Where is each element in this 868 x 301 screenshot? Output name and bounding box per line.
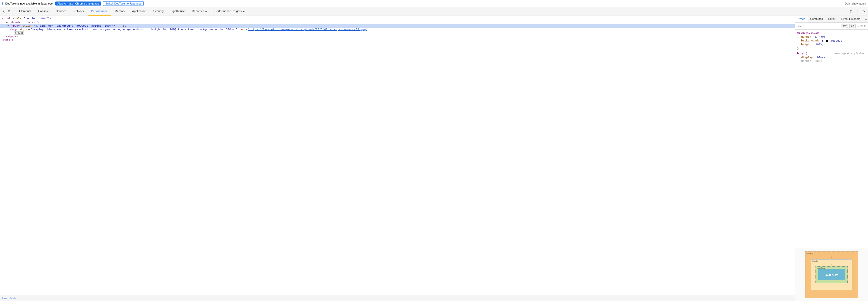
screenshot-icon[interactable]: ⊡ [864,24,867,28]
tab-bar: Elements Console Sources Network Perform… [16,7,848,16]
tab-lighthouse[interactable]: Lighthouse [167,7,188,16]
tab-console[interactable]: Console [35,7,52,16]
tab-application[interactable]: Application [129,7,150,16]
style-close-brace: } [795,46,868,51]
breadcrumb-html[interactable]: html [2,297,7,300]
box-content: 1728×370 [818,269,845,280]
style-rule-body: body { user agent stylesheet display: bl… [795,51,868,67]
box-model: margin - - border - - padding [795,248,868,301]
info-icon: ℹ [2,1,3,5]
style-rule-element: element.style { margin: ▶ 0px; backgroun… [795,31,868,51]
dont-show-again[interactable]: Don't show again [845,2,866,5]
more-options-icon[interactable]: ⋮ [855,9,861,14]
filter-hov-button[interactable]: :hov [841,24,848,28]
content-size[interactable]: 1728×370 [825,273,838,276]
toolbar-right: ⚙ ⋮ ✕ [848,9,867,14]
style-close-brace-body: } [795,63,868,67]
margin-bottom-value[interactable]: - [810,291,853,293]
box-margin: margin - - border - - padding [805,251,858,298]
style-property-margin-ua[interactable]: margin: 8px; [795,59,868,63]
tab-performance-insights[interactable]: Performance insights ▲ [211,7,249,16]
dom-panel: <html style="height: 100%;"> ▶ <head> … … [0,16,795,301]
expand-tabs-icon[interactable]: » [863,16,868,22]
settings-icon[interactable]: ⚙ [848,9,854,14]
dom-line-slot[interactable]: ⊕ slot [0,31,795,35]
dom-line[interactable]: </body> [0,35,795,38]
filter-bar: Filter :hov .cls + □ ⊡ [795,23,868,30]
styles-content: element.style { margin: ▶ 0px; backgroun… [795,30,868,248]
tab-recorder[interactable]: Recorder ▲ [188,7,211,16]
toolbar: ↖ ⧉ Elements Console Sources Network Per… [0,7,868,16]
tab-network[interactable]: Network [70,7,87,16]
switch-devtools-button[interactable]: Switch DevTools to Japanese [103,1,144,6]
tab-event-listeners[interactable]: Event Listeners [839,16,863,22]
tab-styles[interactable]: Styles [795,16,808,22]
toggle-device-toolbar-icon[interactable]: □ [861,24,863,28]
padding-label: padding [817,267,825,270]
filter-input[interactable] [804,25,839,28]
tab-sources[interactable]: Sources [52,7,70,16]
tab-memory[interactable]: Memory [111,7,129,16]
style-property-display[interactable]: display: block; [795,56,868,59]
breadcrumb: html body [0,295,795,301]
dom-line[interactable]: ▶ <head> … </head> [0,20,795,24]
main-layout: <html style="height: 100%;"> ▶ <head> … … [0,16,868,301]
breadcrumb-body[interactable]: body [10,297,16,300]
margin-top-value[interactable]: - [810,256,853,259]
filter-cls-button[interactable]: .cls [849,24,856,28]
notification-message: DevTools is now available in Japanese! [5,2,53,5]
style-property[interactable]: margin: ▶ 0px; [795,35,868,39]
styles-tabs: Styles Computed Layout Event Listeners » [795,16,868,23]
notification-bar: ℹ DevTools is now available in Japanese!… [0,0,868,7]
always-match-button[interactable]: Always match Chrome's language [55,1,101,5]
style-property-height[interactable]: height: 100%; [795,43,868,46]
margin-right-value[interactable]: - [852,273,853,276]
padding-right-value[interactable]: - [848,273,848,276]
dom-line[interactable]: </html> [0,38,795,42]
style-property-background[interactable]: background: ▶ #0e0e0e; [795,39,868,43]
filter-add-button[interactable]: + [857,24,859,28]
toolbar-icons: ↖ ⧉ [1,8,13,14]
tab-performance[interactable]: Performance [88,7,111,16]
tab-layout[interactable]: Layout [826,16,839,22]
tab-highlight [88,15,111,16]
user-agent-label: user agent stylesheet [834,52,866,55]
dom-line-body[interactable]: …▼ <body style="margin: 0px; background:… [0,24,795,28]
filter-label: Filter [797,25,803,28]
dom-line[interactable]: <img style="display: block;-webkit-user-… [0,28,795,31]
style-selector-body[interactable]: body { user agent stylesheet [795,51,868,56]
border-label: border [812,260,818,263]
slot-badge[interactable]: ⊕ slot [14,31,24,35]
tab-computed[interactable]: Computed [808,16,826,22]
tab-security[interactable]: Security [150,7,167,16]
tab-elements[interactable]: Elements [16,7,35,16]
close-icon[interactable]: ✕ [862,9,867,14]
cursor-icon[interactable]: ↖ [1,9,6,14]
style-selector[interactable]: element.style { [795,31,868,35]
styles-panel: Styles Computed Layout Event Listeners »… [795,16,868,301]
padding-bottom-value[interactable]: - [814,283,848,286]
dom-line[interactable]: <html style="height: 100%;"> [0,17,795,20]
dom-content[interactable]: <html style="height: 100%;"> ▶ <head> … … [0,16,795,295]
padding-top-value[interactable]: - [814,263,848,266]
margin-label: margin [806,252,813,254]
box-model-diagram: margin - - border - - padding [805,251,858,298]
device-icon[interactable]: ⧉ [7,8,11,14]
